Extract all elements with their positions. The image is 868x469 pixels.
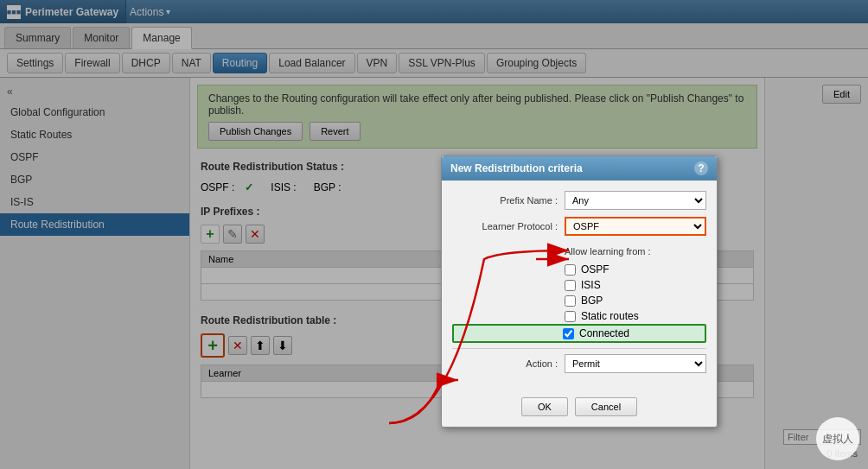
action-label: Action : <box>452 358 565 369</box>
dialog-footer: OK Cancel <box>442 390 717 427</box>
checkbox-bgp-label: BGP <box>581 295 603 307</box>
checkbox-isis-row: ISIS <box>452 277 706 293</box>
checkbox-static-row: Static routes <box>452 308 706 324</box>
dialog-body: Prefix Name : Any Learner Protocol : OSP… <box>442 181 717 390</box>
checkbox-connected-label: Connected <box>579 327 629 339</box>
checkbox-bgp[interactable] <box>565 295 576 307</box>
prefix-label: Prefix Name : <box>452 195 565 206</box>
modal-overlay <box>0 0 868 469</box>
prefix-select[interactable]: Any <box>565 191 706 210</box>
checkbox-isis-label: ISIS <box>581 279 601 291</box>
learner-label: Learner Protocol : <box>452 221 565 231</box>
action-row: Action : Permit Deny <box>452 354 706 373</box>
checkbox-connected-row: Connected <box>452 324 706 343</box>
learner-protocol-row: Learner Protocol : OSPF BGP ISIS <box>452 217 706 236</box>
prefix-name-row: Prefix Name : Any <box>452 191 706 210</box>
checkbox-isis[interactable] <box>565 280 576 291</box>
checkbox-ospf-label: OSPF <box>581 263 610 276</box>
checkbox-static[interactable] <box>565 311 576 322</box>
checkbox-ospf[interactable] <box>565 264 576 276</box>
ok-button[interactable]: OK <box>521 397 568 416</box>
checkbox-ospf-row: OSPF <box>452 262 706 277</box>
dialog-title: New Redistribution criteria <box>450 162 583 174</box>
checkbox-connected[interactable] <box>563 328 574 339</box>
redistribution-dialog: New Redistribution criteria ? Prefix Nam… <box>441 155 718 428</box>
dialog-help-button[interactable]: ? <box>694 162 708 175</box>
allow-label: Allow learning from : <box>452 243 706 262</box>
divider <box>452 348 706 349</box>
checkbox-static-label: Static routes <box>581 310 639 322</box>
dialog-title-bar: New Redistribution criteria ? <box>442 156 717 181</box>
watermark: 虚拟人 <box>816 417 859 460</box>
checkbox-bgp-row: BGP <box>452 293 706 308</box>
learner-select[interactable]: OSPF BGP ISIS <box>565 217 706 236</box>
cancel-button[interactable]: Cancel <box>575 397 637 416</box>
action-select[interactable]: Permit Deny <box>565 354 706 373</box>
